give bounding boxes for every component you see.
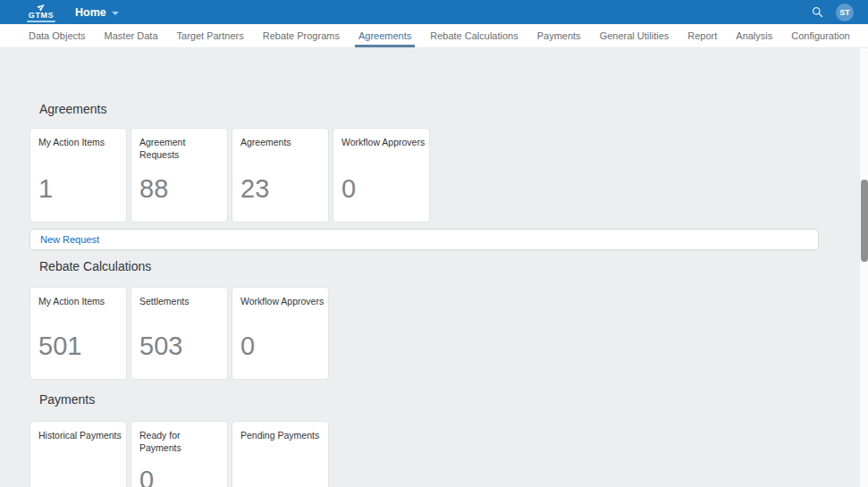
tile-value: 1 bbox=[38, 176, 53, 202]
tile-label: Workflow Approvers bbox=[341, 137, 424, 149]
tile-my-action-items[interactable]: My Action Items 1 bbox=[29, 128, 127, 223]
tile-label: Agreements bbox=[240, 137, 323, 149]
tile-value: 503 bbox=[139, 333, 182, 359]
shell-header: GTMS Home ST bbox=[0, 0, 868, 24]
tile-label: My Action Items bbox=[38, 137, 121, 149]
tile-agreement-requests[interactable]: Agreement Requests 88 bbox=[131, 128, 228, 223]
chevron-down-icon bbox=[112, 12, 119, 15]
app-logo: GTMS bbox=[27, 3, 55, 22]
tab-master-data[interactable]: Master Data bbox=[105, 24, 158, 47]
tile-pending-payments[interactable]: Pending Payments bbox=[232, 421, 329, 487]
tile-value: 0 bbox=[341, 176, 356, 202]
tab-configuration[interactable]: Configuration bbox=[791, 24, 849, 47]
logo-underline bbox=[27, 21, 55, 22]
new-request-link[interactable]: New Request bbox=[40, 234, 99, 245]
tab-agreements[interactable]: Agreements bbox=[358, 24, 411, 47]
tile-label: My Action Items bbox=[38, 296, 121, 308]
tile-label: Workflow Approvers bbox=[240, 296, 323, 308]
tab-data-objects[interactable]: Data Objects bbox=[29, 24, 86, 47]
tile-row-agreements: My Action Items 1 Agreement Requests 88 … bbox=[29, 128, 430, 223]
tile-my-action-items[interactable]: My Action Items 501 bbox=[29, 287, 127, 380]
tile-workflow-approvers[interactable]: Workflow Approvers 0 bbox=[333, 128, 430, 223]
tab-general-utilities[interactable]: General Utilities bbox=[600, 24, 670, 47]
section-title-payments: Payments bbox=[39, 392, 95, 407]
tile-settlements[interactable]: Settlements 503 bbox=[131, 287, 228, 380]
tile-label: Ready for Payments bbox=[139, 430, 191, 454]
tab-payments[interactable]: Payments bbox=[537, 24, 581, 47]
search-icon[interactable] bbox=[812, 6, 823, 18]
tab-rebate-programs[interactable]: Rebate Programs bbox=[263, 24, 340, 47]
tile-value: 0 bbox=[240, 333, 255, 359]
vertical-scrollbar[interactable] bbox=[859, 48, 868, 487]
tile-label: Settlements bbox=[139, 296, 222, 308]
new-request-bar: New Request bbox=[29, 229, 819, 250]
page-content: Agreements My Action Items 1 Agreement R… bbox=[0, 48, 868, 487]
tile-label: Agreement Requests bbox=[139, 137, 191, 161]
user-avatar[interactable]: ST bbox=[836, 4, 854, 21]
section-title-agreements: Agreements bbox=[39, 102, 106, 116]
tab-target-partners[interactable]: Target Partners bbox=[177, 24, 244, 47]
tile-agreements[interactable]: Agreements 23 bbox=[232, 128, 329, 223]
tab-report[interactable]: Report bbox=[687, 24, 717, 47]
tile-label: Historical Payments bbox=[38, 430, 121, 442]
tile-ready-for-payments[interactable]: Ready for Payments 0 bbox=[131, 421, 228, 487]
tile-historical-payments[interactable]: Historical Payments bbox=[29, 421, 127, 487]
tile-row-rebate-calculations: My Action Items 501 Settlements 503 Work… bbox=[29, 287, 329, 380]
avatar-initials: ST bbox=[839, 8, 850, 17]
tab-bar: Data Objects Master Data Target Partners… bbox=[0, 24, 868, 48]
tab-rebate-calculations[interactable]: Rebate Calculations bbox=[430, 24, 518, 47]
home-menu-label: Home bbox=[75, 6, 106, 19]
tile-row-payments: Historical Payments Ready for Payments 0… bbox=[29, 421, 329, 487]
home-menu[interactable]: Home bbox=[75, 6, 119, 19]
tab-analysis[interactable]: Analysis bbox=[736, 24, 772, 47]
tile-value: 23 bbox=[240, 176, 269, 202]
tile-label: Pending Payments bbox=[240, 430, 323, 442]
tile-value: 0 bbox=[139, 467, 154, 487]
section-title-rebate-calculations: Rebate Calculations bbox=[39, 259, 151, 273]
scrollbar-thumb[interactable] bbox=[861, 180, 868, 262]
tile-value: 501 bbox=[38, 333, 81, 359]
app-logo-text: GTMS bbox=[29, 12, 54, 20]
tile-value: 88 bbox=[139, 176, 168, 202]
tile-workflow-approvers[interactable]: Workflow Approvers 0 bbox=[232, 287, 329, 380]
